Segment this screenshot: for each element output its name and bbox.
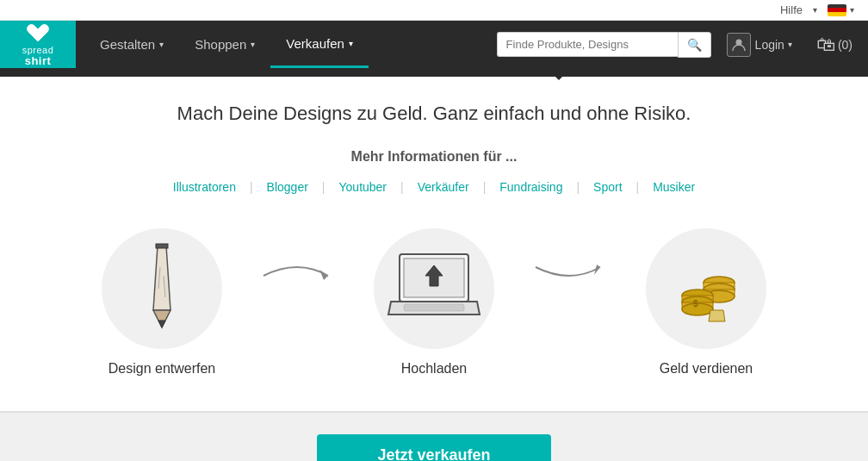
nav-cart[interactable]: 🛍 (0) — [809, 34, 859, 56]
main-tagline: Mach Deine Designs zu Geld. Ganz einfach… — [0, 103, 868, 125]
cat-sport[interactable]: Sport — [580, 180, 636, 194]
login-label: Login — [755, 38, 784, 52]
gestalten-chevron: ▾ — [159, 40, 164, 49]
cat-blogger[interactable]: Blogger — [253, 180, 322, 194]
cart-icon: 🛍 — [816, 34, 835, 56]
step-upload: Hochladen — [341, 228, 527, 377]
nav-login[interactable]: Login ▾ — [720, 33, 799, 57]
step-earn: $ Geld verdienen — [613, 228, 799, 377]
search-button[interactable]: 🔍 — [678, 32, 711, 58]
step-earn-circle: $ — [646, 228, 766, 349]
shoppen-chevron: ▾ — [251, 40, 255, 49]
flag-de[interactable] — [828, 4, 846, 16]
step-design-circle — [102, 228, 222, 349]
cat-illustratoren[interactable]: Illustratoren — [159, 180, 250, 194]
cat-youtuber[interactable]: Youtuber — [326, 180, 401, 194]
svg-rect-4 — [156, 244, 168, 248]
content-area: Mach Deine Designs zu Geld. Ganz einfach… — [0, 77, 868, 412]
arrow-1 — [255, 228, 341, 289]
search-input[interactable] — [497, 32, 678, 57]
jetzt-verkaufen-button[interactable]: Jetzt verkaufen — [317, 434, 550, 461]
nav-gestalten[interactable]: Gestalten ▾ — [84, 21, 179, 68]
nav-shoppen[interactable]: Shoppen ▾ — [179, 21, 270, 68]
mehr-info: Mehr Informationen für ... — [0, 149, 868, 165]
step-design: Design entwerfen — [69, 228, 255, 377]
category-links: Illustratoren | Blogger | Youtuber | Ver… — [0, 180, 868, 194]
verkaufen-chevron: ▾ — [349, 39, 353, 48]
nav-search: 🔍 — [497, 32, 711, 58]
cat-fundraising[interactable]: Fundraising — [486, 180, 576, 194]
logo-heart-icon — [26, 23, 50, 44]
footer-cta: Jetzt verkaufen — [0, 412, 868, 461]
cat-verkaeufer[interactable]: Verkäufer — [404, 180, 483, 194]
flag-chevron: ▾ — [850, 5, 854, 15]
cat-musiker[interactable]: Musiker — [639, 180, 709, 194]
user-icon — [727, 33, 751, 57]
nav-triangle — [550, 72, 567, 80]
top-bar: Hilfe ▾ ▾ — [0, 0, 868, 21]
login-chevron: ▾ — [788, 40, 792, 49]
step-design-label: Design entwerfen — [108, 361, 216, 377]
hilfe-link[interactable]: Hilfe — [780, 3, 803, 16]
step-upload-circle — [374, 228, 494, 349]
nav-items: Gestalten ▾ Shoppen ▾ Verkaufen ▾ 🔍 Logi… — [76, 21, 868, 68]
nav-triangle-container — [0, 68, 868, 77]
logo-text: spread shirt — [22, 46, 54, 66]
hilfe-chevron: ▾ — [813, 5, 817, 15]
main-nav: spread shirt Gestalten ▾ Shoppen ▾ Verka… — [0, 21, 868, 68]
step-upload-label: Hochladen — [401, 361, 468, 377]
svg-rect-11 — [404, 304, 464, 311]
logo[interactable]: spread shirt — [0, 21, 76, 68]
arrow-2 — [527, 228, 613, 289]
step-earn-label: Geld verdienen — [660, 361, 753, 377]
nav-verkaufen[interactable]: Verkaufen ▾ — [270, 21, 369, 68]
steps-row: Design entwerfen — [0, 228, 868, 377]
svg-text:$: $ — [693, 299, 698, 308]
svg-marker-7 — [319, 270, 328, 280]
cart-count: (0) — [838, 38, 852, 52]
svg-marker-1 — [153, 246, 170, 310]
